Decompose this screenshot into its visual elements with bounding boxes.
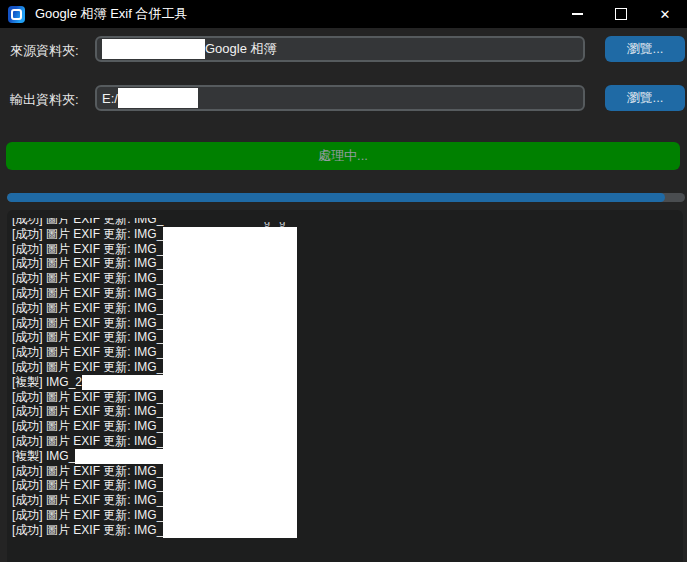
redacted-filename (163, 493, 297, 508)
log-line-text: [成功] 圖片 EXIF 更新: IMG_ (12, 330, 163, 345)
app-window: Google 相簿 Exif 合併工具 ✕ 來源資料夾: Google 相簿 瀏… (0, 0, 687, 562)
minimize-button[interactable] (555, 0, 599, 28)
log-line: [成功] 圖片 EXIF 更新: IMG_ (12, 301, 297, 316)
redacted-filename (163, 404, 297, 419)
log-line: [成功] 圖片 EXIF 更新: IMG_ (12, 345, 297, 360)
log-line-text: [成功] 圖片 EXIF 更新: IMG_ (12, 478, 163, 493)
log-line-text: [成功] 圖片 EXIF 更新: IMG_ (12, 242, 163, 257)
log-line-text: [成功] 圖片 EXIF 更新: IMG_ (12, 360, 163, 375)
redacted-path-segment (102, 39, 205, 59)
log-line-text: [成功] 圖片 EXIF 更新: IMG_ (12, 464, 163, 479)
log-line-text: [成功] 圖片 EXIF 更新: IMG_ (12, 508, 163, 523)
log-line: [成功] 圖片 EXIF 更新: IMG_ (12, 390, 297, 405)
log-line-text: [成功] 圖片 EXIF 更新: IMG_ (12, 227, 163, 242)
redacted-filename (163, 523, 297, 538)
redacted-filename (163, 286, 297, 301)
close-button[interactable]: ✕ (643, 0, 687, 28)
redacted-filename (163, 508, 297, 523)
log-line: [成功] 圖片 EXIF 更新: IMG_ (12, 316, 297, 331)
log-line-text: [成功] 圖片 EXIF 更新: IMG_ (12, 286, 163, 301)
log-line-text: [成功] 圖片 EXIF 更新: IMG_ (12, 301, 163, 316)
log-line: [成功] 圖片 EXIF 更新: IMG_ (12, 464, 297, 479)
source-folder-label: 來源資料夾: (10, 42, 79, 60)
app-icon (8, 6, 25, 23)
progress-fill (7, 193, 665, 202)
process-button[interactable]: 處理中... (6, 142, 680, 170)
log-line-text: [成功] 圖片 EXIF 更新: IMG_ (12, 493, 163, 508)
log-line: [成功] 圖片 EXIF 更新: IMG_ (12, 404, 297, 419)
log-line: [成功] 圖片 EXIF 更新: IMG_ (12, 419, 297, 434)
log-line: [成功] 圖片 EXIF 更新: IMG_ (12, 227, 297, 242)
redacted-filename (163, 227, 297, 242)
log-lines: [成功] 圖片 EXIF 更新: IMG_g g[成功] 圖片 EXIF 更新:… (12, 218, 678, 538)
source-folder-value: Google 相簿 (205, 40, 277, 58)
log-line: [複製] IMG_2 (12, 375, 297, 390)
log-line: [成功] 圖片 EXIF 更新: IMG_ (12, 478, 297, 493)
log-line: [成功] 圖片 EXIF 更新: IMG_g g (12, 218, 297, 227)
redacted-filename (163, 360, 297, 375)
redacted-filename (163, 345, 297, 360)
log-textbox[interactable]: [成功] 圖片 EXIF 更新: IMG_g g[成功] 圖片 EXIF 更新:… (7, 210, 683, 562)
log-line-text: [複製] IMG_ (12, 449, 75, 464)
redacted-filename (163, 242, 297, 257)
log-line-text: [成功] 圖片 EXIF 更新: IMG_ (12, 434, 163, 449)
log-line: [成功] 圖片 EXIF 更新: IMG_ (12, 508, 297, 523)
redacted-filename (163, 390, 297, 405)
source-folder-input[interactable]: Google 相簿 (95, 36, 585, 62)
redacted-filename (163, 316, 297, 331)
redacted-filename (163, 464, 297, 479)
window-controls: ✕ (555, 0, 687, 28)
log-line: [成功] 圖片 EXIF 更新: IMG_ (12, 523, 297, 538)
log-line: [複製] IMG_ (12, 449, 297, 464)
maximize-icon (615, 8, 627, 20)
log-line-text: [成功] 圖片 EXIF 更新: IMG_ (12, 345, 163, 360)
output-folder-value: E:/ (102, 91, 118, 106)
log-line-text: [成功] 圖片 EXIF 更新: IMG_ (12, 271, 163, 286)
output-folder-label: 輸出資料夾: (10, 91, 79, 109)
redacted-filename (163, 301, 297, 316)
log-line-text: [成功] 圖片 EXIF 更新: IMG_ (12, 523, 163, 538)
log-line: [成功] 圖片 EXIF 更新: IMG_ (12, 360, 297, 375)
log-line-text: [成功] 圖片 EXIF 更新: IMG_ (12, 419, 163, 434)
progress-bar (7, 193, 685, 202)
redacted-filename (163, 478, 297, 493)
log-line-text: [成功] 圖片 EXIF 更新: IMG_ (12, 404, 163, 419)
redacted-filename (163, 434, 297, 449)
log-line-text: [複製] IMG_2 (12, 375, 82, 390)
log-line: [成功] 圖片 EXIF 更新: IMG_ (12, 493, 297, 508)
redacted-filename (163, 271, 297, 286)
log-line: [成功] 圖片 EXIF 更新: IMG_ (12, 242, 297, 257)
log-viewport: [成功] 圖片 EXIF 更新: IMG_g g[成功] 圖片 EXIF 更新:… (12, 218, 678, 562)
log-line-text: [成功] 圖片 EXIF 更新: IMG_ (12, 316, 163, 331)
redacted-filename (163, 419, 297, 434)
log-line-text: [成功] 圖片 EXIF 更新: IMG_ (12, 390, 163, 405)
log-line: [成功] 圖片 EXIF 更新: IMG_ (12, 434, 297, 449)
output-browse-button[interactable]: 瀏覽... (605, 85, 685, 111)
redacted-path-segment (118, 88, 198, 108)
minimize-icon (572, 13, 583, 15)
app-icon-ring (11, 9, 22, 20)
log-line: [成功] 圖片 EXIF 更新: IMG_ (12, 256, 297, 271)
log-line: [成功] 圖片 EXIF 更新: IMG_ (12, 330, 297, 345)
titlebar: Google 相簿 Exif 合併工具 ✕ (0, 0, 687, 28)
log-line-text: [成功] 圖片 EXIF 更新: IMG_ (12, 218, 163, 227)
window-title: Google 相簿 Exif 合併工具 (35, 5, 187, 23)
redacted-filename (82, 375, 297, 390)
close-icon: ✕ (660, 8, 671, 21)
source-browse-button[interactable]: 瀏覽... (605, 36, 685, 62)
redacted-filename (75, 449, 297, 464)
log-line: [成功] 圖片 EXIF 更新: IMG_ (12, 271, 297, 286)
log-line: [成功] 圖片 EXIF 更新: IMG_ (12, 286, 297, 301)
maximize-button[interactable] (599, 0, 643, 28)
redacted-filename (163, 330, 297, 345)
redacted-filename (163, 256, 297, 271)
output-folder-input[interactable]: E:/ (95, 85, 585, 111)
log-line-text: [成功] 圖片 EXIF 更新: IMG_ (12, 256, 163, 271)
